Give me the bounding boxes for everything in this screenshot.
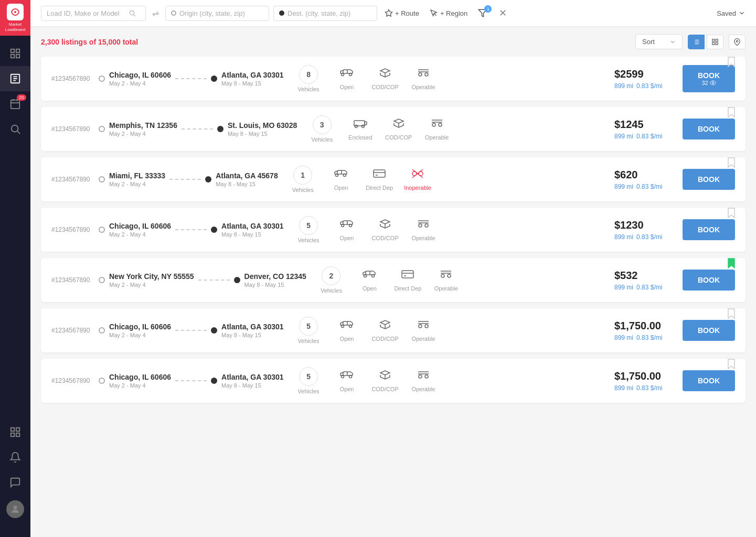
sidebar-item-search[interactable] bbox=[0, 116, 30, 142]
route-dest: Atlanta, GA 30301 May 8 - May 15 bbox=[221, 373, 284, 389]
listing-price: $1,750.00 899 mi 0.83 $/mi bbox=[609, 370, 683, 392]
origin-input[interactable] bbox=[179, 9, 263, 17]
svg-point-107 bbox=[419, 375, 422, 378]
sort-dropdown[interactable]: Sort bbox=[635, 34, 683, 49]
payment-label: COD/COP bbox=[371, 336, 398, 342]
list-view-button[interactable] bbox=[688, 35, 705, 49]
svg-rect-18 bbox=[16, 433, 19, 436]
dest-dates: May 8 - May 15 bbox=[228, 131, 297, 137]
price-details: 899 mi 0.83 $/mi bbox=[614, 233, 677, 241]
listing-id: #1234567890 bbox=[51, 125, 99, 133]
book-button[interactable]: BOOK 32 bbox=[683, 65, 735, 92]
listing-price: $532 899 mi 0.83 $/mi bbox=[609, 270, 683, 291]
svg-point-71 bbox=[349, 224, 352, 227]
route-dest: St. Louis, MO 63028 May 8 - May 15 bbox=[228, 121, 297, 137]
book-button[interactable]: BOOK bbox=[683, 119, 735, 139]
condition-label: Operable bbox=[411, 84, 435, 90]
price-rate: 0.83 $/mi bbox=[636, 233, 662, 241]
map-view-button[interactable] bbox=[729, 35, 746, 49]
payment-label: COD/COP bbox=[385, 134, 412, 141]
book-button[interactable]: BOOK bbox=[683, 169, 735, 190]
svg-rect-15 bbox=[11, 428, 14, 431]
carrier-label: Open bbox=[363, 285, 377, 292]
payment-icon bbox=[378, 369, 392, 384]
condition-spec: Operable bbox=[422, 117, 451, 141]
vehicle-count: 5 bbox=[299, 317, 318, 336]
load-search-input[interactable] bbox=[47, 9, 125, 17]
origin-field[interactable] bbox=[165, 6, 269, 21]
dashboard-icon bbox=[9, 48, 21, 59]
svg-line-21 bbox=[134, 15, 135, 16]
add-route-button[interactable]: + Route bbox=[381, 7, 422, 19]
swap-icon[interactable]: ⇌ bbox=[150, 8, 161, 18]
search-icon bbox=[9, 123, 21, 135]
saved-button[interactable]: Saved bbox=[717, 9, 746, 17]
svg-point-38 bbox=[342, 73, 344, 76]
listings-actions: Sort bbox=[635, 34, 746, 49]
route-dash bbox=[175, 380, 207, 381]
vehicles-label: Vehicles bbox=[298, 86, 320, 92]
route-dest: Atlanta, GA 30301 May 8 - May 15 bbox=[221, 71, 284, 87]
listing-price: $1,750.00 899 mi 0.83 $/mi bbox=[609, 320, 683, 341]
listing-card: #1234567890 Chicago, IL 60606 May 2 - Ma… bbox=[41, 57, 746, 101]
listing-price: $2599 899 mi 0.83 $/mi bbox=[609, 68, 683, 90]
condition-spec: Operable bbox=[409, 218, 438, 241]
sidebar-item-notifications[interactable] bbox=[0, 445, 30, 470]
payment-label: Direct Dep bbox=[366, 185, 393, 191]
bookmark-icon[interactable] bbox=[728, 157, 735, 168]
listing-price: $1245 899 mi 0.83 $/mi bbox=[609, 119, 683, 140]
sidebar-item-messages[interactable] bbox=[0, 470, 30, 495]
bookmark-icon[interactable] bbox=[728, 57, 735, 67]
sidebar-item-calendar[interactable]: 20 bbox=[0, 91, 30, 116]
bookmark-icon[interactable] bbox=[728, 258, 735, 268]
carrier-spec: Open bbox=[333, 319, 361, 342]
origin-marker bbox=[99, 126, 105, 132]
map-pin-icon bbox=[733, 38, 741, 46]
condition-label: Operable bbox=[411, 336, 435, 342]
logo[interactable]: MarketLoadboard bbox=[0, 0, 30, 36]
load-search-field[interactable] bbox=[41, 6, 146, 21]
book-button[interactable]: BOOK bbox=[683, 219, 735, 240]
route-dash bbox=[175, 229, 207, 230]
book-button[interactable]: BOOK bbox=[683, 270, 735, 291]
region-icon bbox=[430, 9, 438, 17]
payment-icon bbox=[378, 67, 392, 82]
dest-input[interactable] bbox=[288, 9, 371, 17]
user-avatar[interactable] bbox=[6, 500, 24, 518]
svg-rect-1 bbox=[11, 49, 14, 52]
filter-button[interactable]: 1 bbox=[475, 6, 491, 20]
sidebar-item-grid[interactable] bbox=[0, 420, 30, 445]
condition-label: Operable bbox=[411, 235, 435, 241]
origin-dates: May 2 - May 4 bbox=[109, 181, 165, 187]
carrier-label: Open bbox=[340, 336, 354, 342]
sidebar-item-dashboard[interactable] bbox=[0, 41, 30, 66]
sidebar-item-listings[interactable] bbox=[0, 66, 30, 91]
vehicles-spec: 2 Vehicles bbox=[317, 266, 346, 294]
route-dash bbox=[175, 330, 207, 331]
price-amount: $1230 bbox=[614, 219, 677, 231]
sidebar-nav: 20 bbox=[0, 36, 30, 537]
origin-marker bbox=[99, 378, 105, 384]
grid-view-button[interactable] bbox=[707, 35, 723, 49]
bookmark-icon[interactable] bbox=[728, 107, 735, 117]
dest-field[interactable] bbox=[273, 6, 377, 21]
bookmark-icon[interactable] bbox=[728, 208, 735, 218]
clear-filters-button[interactable]: ✕ bbox=[497, 5, 509, 21]
bookmark-icon[interactable] bbox=[728, 359, 735, 369]
svg-point-19 bbox=[14, 506, 17, 509]
book-button[interactable]: BOOK bbox=[683, 370, 735, 391]
listing-price: $620 899 mi 0.83 $/mi bbox=[609, 169, 683, 190]
total-suffix: total bbox=[123, 38, 139, 46]
origin-dates: May 2 - May 4 bbox=[109, 80, 171, 87]
route-dash bbox=[169, 179, 201, 180]
route-origin: Memphis, TN 12356 May 2 - May 4 bbox=[109, 121, 177, 137]
dest-city: Denver, CO 12345 bbox=[244, 272, 306, 281]
carrier-spec: Open bbox=[333, 67, 361, 90]
vehicle-count: 2 bbox=[322, 266, 340, 285]
book-button[interactable]: BOOK bbox=[683, 320, 735, 341]
add-region-button[interactable]: + Region bbox=[427, 7, 471, 19]
condition-spec: Operable bbox=[432, 268, 461, 292]
origin-marker bbox=[99, 176, 105, 182]
carrier-icon bbox=[340, 369, 354, 384]
bookmark-icon[interactable] bbox=[728, 308, 735, 319]
